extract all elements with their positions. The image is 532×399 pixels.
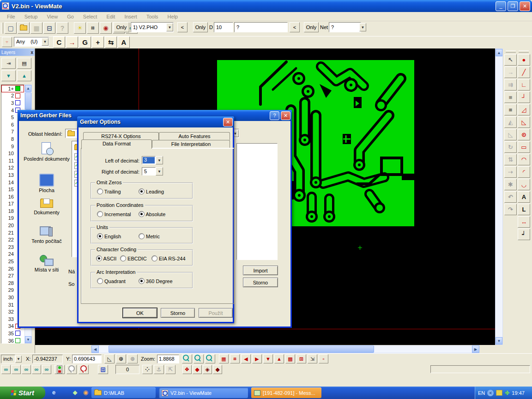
- move-layer-up-button[interactable]: ▲: [17, 70, 31, 81]
- layer-color-swatch[interactable]: [15, 338, 20, 343]
- radio-metric[interactable]: [139, 233, 145, 239]
- gerber-dialog-close-button[interactable]: ✕: [223, 118, 233, 127]
- draw-sketch-button[interactable]: ◡: [518, 179, 530, 190]
- tab-data-format[interactable]: Data Format: [81, 139, 152, 149]
- scroll-up-icon[interactable]: ▲: [496, 49, 502, 56]
- skew-button[interactable]: ◺: [504, 129, 517, 140]
- radio-ascii[interactable]: [96, 255, 102, 261]
- highlight-flash-button[interactable]: ❖: [182, 365, 192, 374]
- highlight-small-button[interactable]: ◆: [213, 365, 222, 374]
- gerber-cancel-button[interactable]: Storno: [161, 308, 195, 318]
- tab-file-interpretation[interactable]: File Interpretation: [152, 140, 230, 148]
- net-combo[interactable]: ?: [329, 22, 361, 32]
- radio-label[interactable]: Absolute: [145, 212, 165, 217]
- undo-button[interactable]: ↶: [504, 191, 517, 203]
- examine-lines-button[interactable]: ∞: [12, 365, 21, 374]
- start-button[interactable]: Start: [0, 387, 45, 399]
- draw-triangle-button[interactable]: ◺: [518, 116, 530, 128]
- restore-button[interactable]: ❐: [508, 1, 518, 11]
- step-repeat-button[interactable]: ⇢: [504, 166, 517, 178]
- tile-windows-button[interactable]: ⊞: [98, 365, 108, 374]
- radio-label[interactable]: Metric: [146, 234, 160, 239]
- gerber-dialog-titlebar[interactable]: Gerber Options ✕: [77, 116, 234, 127]
- place-my-computer[interactable]: Tento počítač: [23, 226, 71, 244]
- copy-item-button[interactable]: ⇉: [504, 79, 517, 91]
- dcode-cross-button[interactable]: +: [92, 36, 104, 48]
- layers-scroll-up-icon[interactable]: ▲: [25, 85, 31, 92]
- dcode-prev-button[interactable]: <: [290, 22, 300, 32]
- layer-row[interactable]: 36: [1, 337, 24, 344]
- hscroll-thumb[interactable]: [109, 345, 374, 353]
- draw-bend-button[interactable]: ┙: [518, 229, 530, 240]
- move-layer-down-button[interactable]: ▼: [1, 70, 16, 81]
- radio-absolute[interactable]: [139, 211, 145, 217]
- radio-label[interactable]: English: [104, 234, 121, 239]
- aperture-filter-button[interactable]: ⁘: [2, 37, 12, 47]
- trace-width-button[interactable]: ↔: [518, 216, 530, 228]
- highlight-dark-button[interactable]: ◈: [203, 365, 212, 374]
- only-layer-button[interactable]: Only: [114, 22, 129, 32]
- snap-grid-dots-button[interactable]: ⁘: [142, 365, 152, 374]
- menu-item[interactable]: View: [42, 13, 62, 20]
- draw-curve-button[interactable]: ◜: [518, 166, 530, 178]
- menu-item[interactable]: File: [3, 13, 19, 20]
- dcode-next-button[interactable]: →: [66, 36, 78, 48]
- draw-line-button[interactable]: ╱: [518, 66, 530, 78]
- grid-coarse-button[interactable]: ▩: [285, 354, 295, 363]
- layers-panel-titlebar[interactable]: Layers x: [0, 48, 35, 56]
- context-help-button[interactable]: ?: [56, 22, 68, 34]
- right-of-decimal-arrow-icon[interactable]: ▼: [156, 167, 163, 175]
- layers-scroll-thumb[interactable]: [25, 92, 31, 110]
- layers-scroll-down-icon[interactable]: ▼: [25, 336, 31, 343]
- select-area-button[interactable]: ▫: [319, 354, 328, 363]
- place-documents[interactable]: Dokumenty: [23, 200, 71, 215]
- layer-color-swatch[interactable]: [15, 86, 20, 91]
- mirror-button[interactable]: ◭: [504, 116, 517, 128]
- dcode-text-button[interactable]: A: [118, 36, 130, 48]
- traffic-light-button[interactable]: [54, 365, 65, 374]
- outline-view-button[interactable]: ⌗: [87, 22, 99, 34]
- save-button[interactable]: ▦: [30, 22, 42, 34]
- dcode-query-field[interactable]: ?: [234, 22, 288, 32]
- menu-item[interactable]: Insert: [120, 13, 141, 20]
- draw-rectangle-button[interactable]: ▭: [518, 141, 530, 153]
- net-combo-arrow-icon[interactable]: ▼: [359, 23, 366, 31]
- notes-tray-icon[interactable]: [496, 390, 502, 396]
- import-dialog-help-button[interactable]: ?: [270, 111, 279, 120]
- task-button-message[interactable]: [191-482-091] - Mess...: [251, 387, 321, 398]
- layer-color-swatch[interactable]: [15, 331, 20, 336]
- task-button-mlab[interactable]: D:\MLAB: [91, 387, 156, 398]
- probe-button[interactable]: ⊕: [127, 354, 138, 363]
- move-item-button[interactable]: →: [504, 66, 517, 78]
- layer-row[interactable]: 3: [1, 99, 24, 107]
- select-cursor-button[interactable]: ↖: [504, 54, 517, 66]
- dcode-measure-button[interactable]: ⇆: [105, 36, 117, 48]
- grid-fine-button[interactable]: ⊞: [296, 354, 306, 363]
- tab-auto-features[interactable]: Auto Features: [159, 132, 230, 140]
- draw-text-button[interactable]: A: [518, 191, 530, 203]
- print-button[interactable]: ⊟: [43, 22, 55, 34]
- rotate-button[interactable]: ↻: [504, 141, 517, 153]
- radio-label[interactable]: ASCII: [103, 256, 116, 261]
- place-my-network[interactable]: Místa v síti: [23, 255, 71, 272]
- place-desktop[interactable]: Plocha: [23, 174, 71, 193]
- sketch-view-button[interactable]: ◉: [100, 22, 112, 34]
- layer-row[interactable]: 35: [1, 330, 24, 337]
- import-button[interactable]: Import: [243, 266, 278, 275]
- radio-label[interactable]: Quadrant: [104, 278, 126, 284]
- language-indicator[interactable]: EN: [478, 390, 485, 396]
- dcode-value-field[interactable]: 10: [214, 22, 233, 32]
- apply-button[interactable]: Použít: [199, 308, 233, 318]
- radio-trailing[interactable]: [97, 188, 103, 194]
- menu-item[interactable]: Help: [163, 13, 182, 20]
- flash-view-button[interactable]: ☀: [74, 22, 86, 34]
- radio-label[interactable]: 360 Degree: [146, 278, 173, 284]
- radio-ebcdic[interactable]: [120, 255, 126, 261]
- transform-button[interactable]: ↷: [504, 204, 517, 215]
- pan-left-button[interactable]: ◀: [241, 354, 251, 363]
- layers-panel-close-icon[interactable]: x: [30, 50, 33, 55]
- radio-incremental[interactable]: [97, 211, 103, 217]
- angle-measure-button[interactable]: ◺: [104, 354, 115, 363]
- internet-explorer-icon[interactable]: e: [50, 388, 58, 397]
- radio-label[interactable]: EIA RS-244: [159, 256, 185, 261]
